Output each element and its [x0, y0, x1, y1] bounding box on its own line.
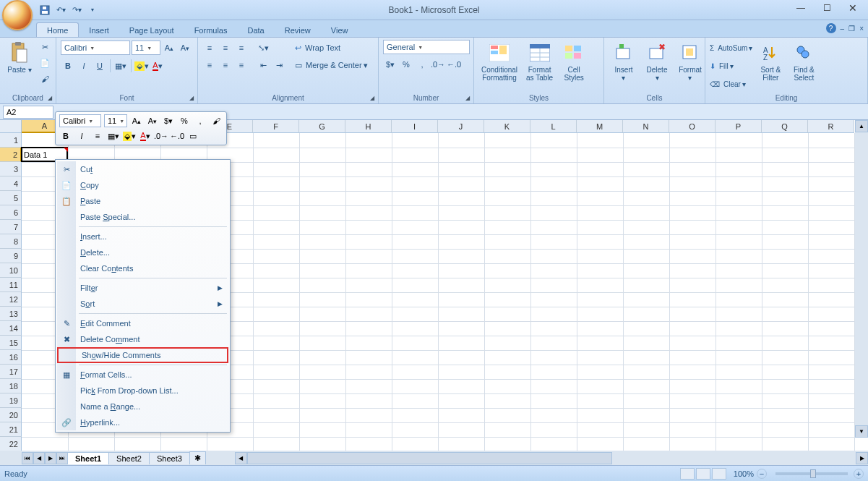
cell[interactable]	[577, 162, 623, 176]
cell[interactable]	[484, 321, 530, 336]
mini-border-icon[interactable]: ▦▾	[107, 129, 120, 142]
clipboard-launcher-icon[interactable]: ◢	[46, 93, 54, 102]
zoom-level[interactable]: 100%	[734, 469, 754, 478]
mini-dec-decimal-icon[interactable]: ←.0	[171, 129, 184, 142]
cell[interactable]	[669, 408, 716, 422]
ctx-fcell[interactable]: ▦Format Cells...	[57, 367, 228, 383]
cell[interactable]	[716, 249, 762, 263]
row-header[interactable]: 22	[0, 437, 22, 451]
cell[interactable]	[808, 379, 854, 393]
cell[interactable]	[762, 278, 808, 292]
cell[interactable]	[22, 437, 68, 451]
cell[interactable]	[577, 422, 623, 437]
accounting-icon[interactable]: $▾	[383, 57, 398, 72]
mini-font-color-icon[interactable]: A▾	[139, 129, 152, 142]
cell[interactable]	[669, 336, 716, 350]
alignment-launcher-icon[interactable]: ◢	[368, 93, 377, 102]
font-color-icon[interactable]: A▾	[150, 59, 165, 73]
sheet-nav-next-icon[interactable]: ▶	[45, 452, 56, 464]
cell[interactable]	[438, 408, 484, 422]
cell[interactable]	[577, 321, 623, 336]
cell[interactable]	[392, 220, 438, 234]
cell[interactable]	[530, 234, 577, 249]
cell[interactable]	[716, 393, 762, 408]
conditional-formatting-button[interactable]: Conditional Formatting	[478, 40, 520, 83]
format-painter-icon[interactable]: 🖌	[38, 72, 52, 86]
cell[interactable]	[762, 191, 808, 205]
cell[interactable]	[762, 321, 808, 336]
vertical-scrollbar[interactable]: ▲ ▼	[855, 120, 868, 438]
cell[interactable]	[623, 220, 669, 234]
number-format-combo[interactable]: General▼	[383, 40, 470, 54]
cell[interactable]	[716, 422, 762, 437]
cell[interactable]	[484, 350, 530, 365]
cell[interactable]	[484, 422, 530, 437]
sort-filter-button[interactable]: AZSort & Filter	[755, 40, 786, 83]
save-icon[interactable]	[38, 3, 52, 17]
cell[interactable]	[345, 220, 392, 234]
cell[interactable]	[669, 379, 716, 393]
cell[interactable]	[299, 379, 345, 393]
cell[interactable]	[623, 249, 669, 263]
cell[interactable]	[299, 133, 345, 148]
cell[interactable]	[438, 365, 484, 379]
underline-button[interactable]: U	[93, 59, 107, 73]
cell[interactable]	[808, 263, 854, 278]
align-bottom-icon[interactable]: ≡	[234, 41, 249, 55]
cell[interactable]	[762, 148, 808, 162]
ctx-paste[interactable]: 📋Paste	[57, 193, 228, 209]
cell[interactable]	[530, 365, 577, 379]
cell[interactable]	[438, 191, 484, 205]
cell[interactable]	[808, 176, 854, 191]
wrap-text-button[interactable]: ↩Wrap Text	[295, 40, 368, 56]
cell[interactable]	[392, 422, 438, 437]
cell[interactable]	[669, 422, 716, 437]
cell[interactable]	[253, 408, 299, 422]
cell[interactable]	[253, 133, 299, 148]
cell[interactable]	[438, 176, 484, 191]
cell[interactable]	[345, 263, 392, 278]
cell[interactable]	[669, 205, 716, 220]
cell[interactable]	[438, 336, 484, 350]
cell[interactable]	[530, 321, 577, 336]
cell[interactable]	[299, 393, 345, 408]
cell[interactable]	[345, 350, 392, 365]
row-header[interactable]: 10	[0, 263, 22, 278]
cell[interactable]	[392, 393, 438, 408]
cell[interactable]	[577, 408, 623, 422]
clear-button[interactable]: ⌫Clear ▾	[710, 76, 752, 92]
cell[interactable]	[530, 278, 577, 292]
name-box[interactable]: A2	[3, 106, 53, 119]
cell[interactable]	[808, 191, 854, 205]
font-size-combo[interactable]: 11▼	[132, 41, 160, 55]
format-as-table-button[interactable]: Format as Table	[523, 40, 556, 83]
cell[interactable]	[762, 263, 808, 278]
cell[interactable]	[345, 148, 392, 162]
cell[interactable]	[530, 408, 577, 422]
cell[interactable]	[484, 133, 530, 148]
align-middle-icon[interactable]: ≡	[218, 41, 233, 55]
cell[interactable]	[669, 278, 716, 292]
font-launcher-icon[interactable]: ◢	[187, 93, 196, 102]
cell[interactable]	[716, 162, 762, 176]
mini-bold-icon[interactable]: B	[59, 129, 72, 142]
cell[interactable]	[716, 350, 762, 365]
cell[interactable]	[392, 350, 438, 365]
cell[interactable]	[345, 292, 392, 307]
cell[interactable]	[716, 205, 762, 220]
workbook-restore-icon[interactable]: ❐	[848, 25, 855, 33]
cell[interactable]	[808, 205, 854, 220]
cell[interactable]	[438, 379, 484, 393]
cell[interactable]	[345, 205, 392, 220]
cell[interactable]	[438, 205, 484, 220]
column-header[interactable]: L	[530, 120, 577, 133]
cell[interactable]	[577, 205, 623, 220]
row-header[interactable]: 13	[0, 307, 22, 321]
cell-styles-button[interactable]: Cell Styles	[559, 40, 589, 83]
row-header[interactable]: 18	[0, 379, 22, 393]
cell[interactable]	[160, 437, 207, 451]
cell[interactable]	[530, 263, 577, 278]
cell[interactable]	[623, 336, 669, 350]
cell[interactable]	[716, 408, 762, 422]
cell[interactable]	[484, 220, 530, 234]
